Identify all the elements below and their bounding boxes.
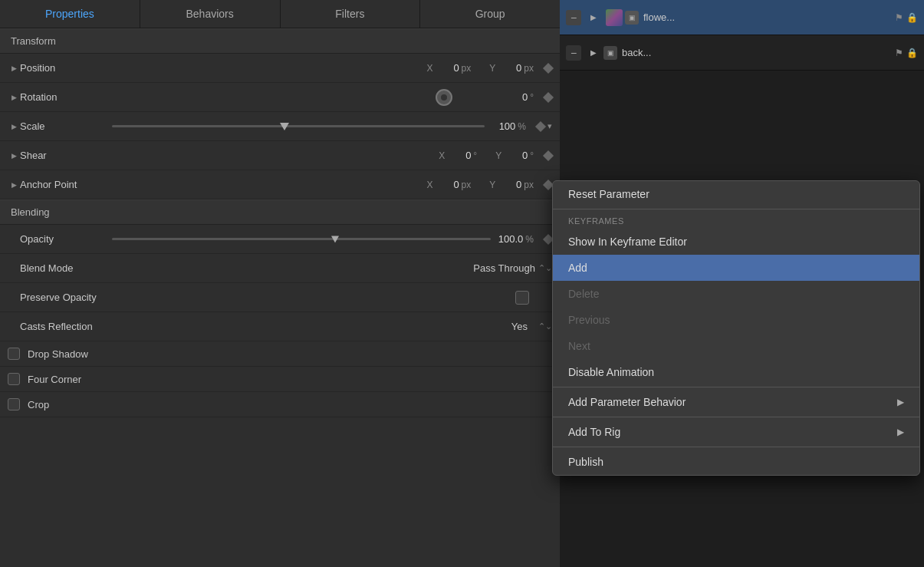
rotation-unit: ° xyxy=(530,92,534,103)
rotation-keyframe-diamond[interactable] xyxy=(543,91,554,102)
position-y-unit: px xyxy=(524,63,534,74)
ctx-keyframes-section: KEYFRAMES xyxy=(553,211,919,229)
scale-value[interactable]: 100 xyxy=(492,120,515,132)
ctx-previous: Previous xyxy=(553,307,919,333)
position-disclosure[interactable]: ▶ xyxy=(8,62,20,74)
position-keyframe-diamond[interactable] xyxy=(543,62,554,73)
crop-checkbox[interactable] xyxy=(8,398,20,410)
timeline-flag-icon-back: ⚑ xyxy=(895,48,903,58)
tab-behaviors[interactable]: Behaviors xyxy=(140,0,281,28)
anchor-point-row[interactable]: ▶ Anchor Point X 0 px Y 0 px xyxy=(0,170,560,199)
timeline-flag-icon-flowe: ⚑ xyxy=(895,12,903,23)
tab-bar: Properties Behaviors Filters Group xyxy=(0,0,560,28)
position-x-unit: px xyxy=(462,63,472,74)
shear-disclosure[interactable]: ▶ xyxy=(8,150,20,162)
preserve-opacity-checkbox[interactable] xyxy=(515,291,529,305)
timeline-lock-icon-back[interactable]: 🔒 xyxy=(906,48,918,58)
anchor-x-unit: px xyxy=(462,180,472,190)
timeline-lock-icon-flowe[interactable]: 🔒 xyxy=(906,12,918,23)
shear-x-axis: X xyxy=(439,150,445,161)
anchor-y-axis: Y xyxy=(489,180,495,190)
shear-label: Shear xyxy=(20,150,104,161)
rotation-disclosure[interactable]: ▶ xyxy=(8,91,20,104)
rotation-value[interactable]: 0 xyxy=(505,91,528,103)
opacity-slider-track[interactable] xyxy=(112,238,491,240)
opacity-unit: % xyxy=(525,234,534,245)
scale-disclosure[interactable]: ▶ xyxy=(8,120,20,133)
blend-mode-stepper-icon[interactable]: ⌃⌄ xyxy=(538,263,552,273)
rotation-row[interactable]: ▶ Rotation 0 ° xyxy=(0,83,560,112)
opacity-slider-thumb[interactable] xyxy=(331,236,339,242)
anchor-x-value[interactable]: 0 xyxy=(436,179,459,190)
blend-mode-label: Blend Mode xyxy=(20,262,104,274)
anchor-y-unit: px xyxy=(524,180,534,190)
ctx-add-to-rig-arrow: ▶ xyxy=(897,427,904,437)
shear-y-unit: ° xyxy=(530,150,534,161)
rotation-label: Rotation xyxy=(20,91,104,103)
anchor-point-label: Anchor Point xyxy=(20,179,104,190)
ctx-divider-4 xyxy=(553,447,919,447)
position-x-value[interactable]: 0 xyxy=(436,62,459,74)
scale-slider-thumb[interactable] xyxy=(280,123,289,130)
shear-y-value[interactable]: 0 xyxy=(505,150,528,161)
ctx-publish[interactable]: Publish xyxy=(553,449,919,475)
opacity-label: Opacity xyxy=(20,233,104,245)
opacity-value[interactable]: 100.0 xyxy=(498,233,524,245)
anchor-point-disclosure[interactable]: ▶ xyxy=(8,179,20,191)
scale-row[interactable]: ▶ Scale 100 % ▾ xyxy=(0,112,560,141)
preserve-opacity-row[interactable]: Preserve Opacity xyxy=(0,283,560,312)
ctx-delete: Delete xyxy=(553,281,919,307)
tab-filters[interactable]: Filters xyxy=(281,0,421,28)
timeline-thumbnail-flowe xyxy=(606,9,623,26)
timeline-label-flowe[interactable]: flowe... xyxy=(643,12,892,23)
anchor-y-value[interactable]: 0 xyxy=(498,179,521,190)
timeline-play-btn-flowe[interactable]: ▶ xyxy=(586,10,601,25)
timeline-minus-btn-flowe[interactable]: − xyxy=(566,10,581,25)
scale-slider-track[interactable] xyxy=(112,125,485,127)
casts-reflection-label: Casts Reflection xyxy=(20,321,104,332)
position-row[interactable]: ▶ Position X 0 px Y 0 px xyxy=(0,54,560,83)
four-corner-checkbox[interactable] xyxy=(8,373,20,385)
shear-keyframe-diamond[interactable] xyxy=(543,150,554,160)
timeline-play-btn-back[interactable]: ▶ xyxy=(586,45,601,61)
scale-chevron-icon[interactable]: ▾ xyxy=(547,121,552,131)
shear-x-value[interactable]: 0 xyxy=(448,150,471,161)
drop-shadow-label: Drop Shadow xyxy=(28,348,88,360)
ctx-reset-parameter[interactable]: Reset Parameter xyxy=(553,181,919,207)
rotation-dial[interactable] xyxy=(436,89,452,106)
four-corner-row[interactable]: Four Corner xyxy=(0,367,560,392)
blend-mode-row[interactable]: Blend Mode Pass Through ⌃⌄ xyxy=(0,254,560,283)
tab-group[interactable]: Group xyxy=(420,0,560,28)
position-y-value[interactable]: 0 xyxy=(498,62,521,74)
ctx-add-parameter-behavior[interactable]: Add Parameter Behavior ▶ xyxy=(553,389,919,415)
timeline-minus-btn-back[interactable]: − xyxy=(566,45,581,61)
timeline-layer-icon-flowe: ▣ xyxy=(625,11,639,25)
timeline-label-back[interactable]: back... xyxy=(622,47,892,58)
ctx-add[interactable]: Add xyxy=(553,255,919,281)
drop-shadow-row[interactable]: Drop Shadow xyxy=(0,341,560,367)
crop-row[interactable]: Crop xyxy=(0,392,560,417)
casts-reflection-value[interactable]: Yes xyxy=(511,321,528,332)
ctx-divider-2 xyxy=(553,387,919,387)
shear-row[interactable]: ▶ Shear X 0 ° Y 0 ° xyxy=(0,141,560,170)
ctx-disable-animation[interactable]: Disable Animation xyxy=(553,359,919,385)
drop-shadow-checkbox[interactable] xyxy=(8,348,20,360)
preserve-opacity-label: Preserve Opacity xyxy=(20,292,104,303)
context-menu: Reset Parameter KEYFRAMES Show In Keyfra… xyxy=(552,180,920,476)
timeline-row-back[interactable]: − ▶ ▣ back... ⚑ 🔒 xyxy=(560,35,924,71)
ctx-show-keyframe-editor[interactable]: Show In Keyframe Editor xyxy=(553,229,919,255)
ctx-divider-1 xyxy=(553,209,919,209)
scale-keyframe-diamond[interactable] xyxy=(535,120,546,131)
casts-reflection-stepper-icon[interactable]: ⌃⌄ xyxy=(538,321,552,331)
blending-section-header: Blending xyxy=(0,199,560,225)
blend-mode-value[interactable]: Pass Through xyxy=(473,262,535,274)
opacity-row[interactable]: Opacity 100.0 % xyxy=(0,225,560,254)
ctx-divider-3 xyxy=(553,417,919,417)
left-panel: Properties Behaviors Filters Group Trans… xyxy=(0,0,560,567)
timeline-row-flowe[interactable]: − ▶ ▣ flowe... ⚑ 🔒 xyxy=(560,0,924,35)
position-x-axis: X xyxy=(427,63,433,74)
ctx-add-to-rig[interactable]: Add To Rig ▶ xyxy=(553,419,919,445)
four-corner-label: Four Corner xyxy=(28,374,81,385)
casts-reflection-row[interactable]: Casts Reflection Yes ⌃⌄ xyxy=(0,312,560,341)
tab-properties[interactable]: Properties xyxy=(0,0,140,28)
